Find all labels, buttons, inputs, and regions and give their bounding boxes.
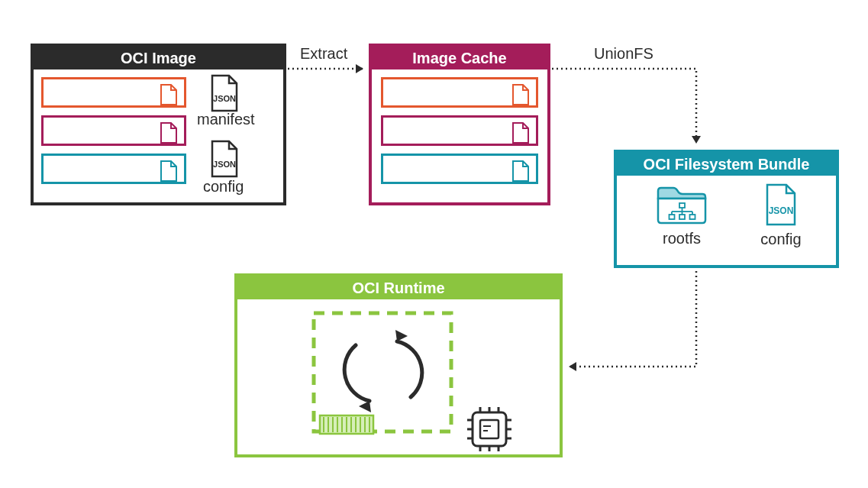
svg-text:JSON: JSON (213, 160, 236, 169)
svg-marker-1 (356, 64, 363, 73)
image-cache-title: Image Cache (372, 47, 547, 69)
config-label: config (203, 178, 244, 196)
cache-layer-3 (381, 154, 538, 184)
manifest-label: manifest (197, 111, 255, 128)
oci-image-box: OCI Image (31, 44, 286, 205)
arrow-label-extract: Extract (300, 45, 347, 63)
cache-layer-2 (381, 115, 538, 146)
runtime-illustration (237, 299, 560, 456)
image-layer-1 (41, 77, 186, 108)
bundle-config-label: config (743, 231, 819, 248)
rootfs-item: rootfs (640, 183, 724, 247)
cpu-icon (467, 407, 511, 451)
runtime-box: OCI Runtime (234, 273, 563, 457)
oci-image-title: OCI Image (34, 47, 283, 69)
svg-text:JSON: JSON (213, 94, 236, 103)
json-file-icon: JSON (209, 74, 240, 115)
svg-rect-32 (480, 420, 499, 438)
document-icon (511, 160, 530, 183)
arrow-label-unionfs: UnionFS (594, 45, 653, 63)
svg-rect-16 (314, 313, 451, 431)
folder-tree-icon (655, 183, 708, 225)
image-layer-3 (41, 154, 186, 184)
bundle-config-item: JSON config (743, 183, 819, 248)
document-icon (160, 160, 178, 183)
json-file-icon: JSON (209, 140, 240, 181)
runtime-title: OCI Runtime (237, 276, 560, 299)
document-icon (511, 121, 530, 144)
rootfs-label: rootfs (640, 230, 724, 247)
svg-text:JSON: JSON (769, 205, 794, 216)
json-file-icon: JSON (763, 183, 799, 226)
document-icon (511, 83, 530, 106)
cache-layer-1 (381, 77, 538, 108)
document-icon (160, 121, 178, 144)
fs-bundle-box: OCI Filesystem Bundle (614, 150, 839, 268)
fs-bundle-title: OCI Filesystem Bundle (617, 153, 836, 176)
svg-marker-3 (569, 362, 576, 371)
svg-marker-17 (359, 401, 371, 412)
diagram-stage: Extract UnionFS OCI Image (0, 0, 868, 488)
image-cache-box: Image Cache (369, 44, 550, 205)
svg-marker-2 (692, 136, 701, 144)
svg-marker-18 (395, 330, 408, 341)
document-icon (160, 83, 178, 106)
image-layer-2 (41, 115, 186, 146)
